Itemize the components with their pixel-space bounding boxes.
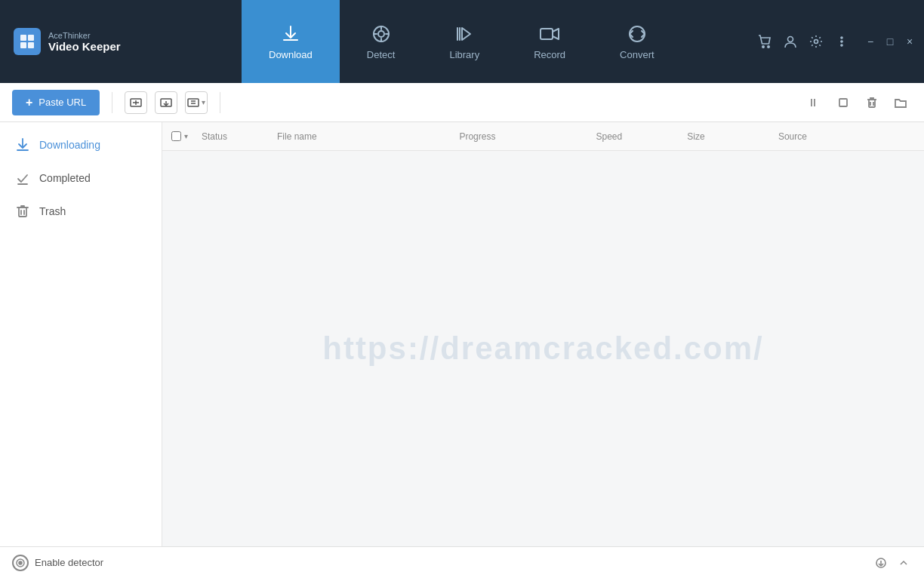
titlebar-controls: − □ ×: [747, 0, 924, 83]
body-area: Downloading Completed Trash: [0, 122, 924, 546]
detector-circle-icon: [12, 555, 29, 571]
svg-point-16: [762, 46, 764, 48]
svg-rect-15: [541, 29, 553, 39]
tab-library-label: Library: [449, 49, 479, 60]
tab-convert[interactable]: Convert: [593, 0, 682, 83]
toolbar: + Paste URL ▾: [0, 83, 924, 122]
toolbar-separator: [112, 92, 112, 113]
delete-icon[interactable]: [861, 91, 883, 114]
app-brand: AceThinker Video Keeper: [0, 0, 242, 83]
tab-detect[interactable]: Detect: [340, 0, 423, 83]
svg-rect-28: [188, 99, 199, 106]
cart-icon[interactable]: [756, 33, 773, 50]
stop-all-icon[interactable]: [832, 91, 855, 114]
app-subtitle: AceThinker: [48, 31, 121, 40]
toolbar-separator-2: [220, 92, 220, 113]
detector-label: Enable detector: [35, 557, 103, 568]
col-progress-header: Progress: [459, 131, 596, 142]
sidebar-item-downloading[interactable]: Downloading: [0, 128, 162, 161]
bottom-bar: Enable detector: [0, 546, 924, 578]
toolbar-right: [803, 91, 912, 114]
downloading-icon: [15, 137, 30, 152]
svg-rect-33: [839, 99, 847, 106]
sidebar-item-trash[interactable]: Trash: [0, 195, 162, 228]
svg-point-18: [788, 37, 793, 42]
tab-library[interactable]: Library: [422, 0, 507, 83]
settings-icon[interactable]: [808, 33, 824, 50]
sidebar-downloading-label: Downloading: [39, 139, 100, 151]
svg-point-17: [768, 46, 769, 48]
schedule-button[interactable]: ▾: [185, 91, 208, 114]
app-logo: [14, 28, 41, 55]
sidebar-trash-label: Trash: [39, 205, 66, 217]
menu-icon[interactable]: [833, 33, 850, 50]
download-queue-button[interactable]: [155, 91, 177, 114]
svg-point-19: [815, 40, 818, 44]
app-name-block: AceThinker Video Keeper: [48, 31, 121, 53]
watermark: https://dreamcracked.com/: [322, 331, 764, 367]
scroll-up-icon[interactable]: [895, 555, 912, 571]
col-status-header: Status: [202, 131, 277, 142]
svg-point-44: [19, 561, 22, 564]
svg-marker-12: [462, 28, 470, 40]
chevron-down-icon: ▾: [202, 98, 205, 106]
sidebar-completed-label: Completed: [39, 172, 91, 184]
bottom-right: [873, 555, 912, 571]
svg-rect-40: [19, 208, 26, 217]
main-content: + Paste URL ▾: [0, 83, 924, 578]
plus-icon: +: [26, 96, 32, 109]
table-header: ▾ Status File name Progress Speed Size S…: [162, 122, 924, 151]
nav-tabs: Download Detect Library: [242, 0, 747, 83]
detect-icon: [371, 23, 392, 45]
tab-download-label: Download: [269, 49, 313, 60]
pause-all-icon[interactable]: [803, 91, 826, 114]
app-title: Video Keeper: [48, 40, 121, 53]
minimize-button[interactable]: −: [865, 36, 876, 47]
download-icon: [280, 23, 301, 45]
col-check-header: ▾: [171, 131, 202, 141]
tab-record-label: Record: [534, 49, 565, 60]
select-all-checkbox[interactable]: [171, 131, 181, 141]
paste-url-button[interactable]: + Paste URL: [12, 90, 100, 115]
svg-point-7: [378, 31, 384, 37]
table-body: https://dreamcracked.com/: [162, 151, 924, 546]
col-size-header: Size: [687, 131, 778, 142]
col-speed-header: Speed: [596, 131, 688, 142]
svg-rect-3: [28, 42, 34, 48]
close-button[interactable]: ×: [904, 36, 915, 47]
svg-point-20: [841, 37, 842, 38]
titlebar: AceThinker Video Keeper Download Det: [0, 0, 924, 83]
svg-rect-1: [28, 35, 34, 41]
checkbox-dropdown-icon[interactable]: ▾: [184, 132, 188, 140]
col-source-header: Source: [778, 131, 915, 142]
tab-detect-label: Detect: [367, 49, 396, 60]
svg-point-21: [841, 41, 842, 42]
trash-icon: [15, 204, 30, 219]
table-area: ▾ Status File name Progress Speed Size S…: [162, 122, 924, 546]
library-icon: [454, 23, 475, 45]
add-url-button[interactable]: [125, 91, 147, 114]
sidebar: Downloading Completed Trash: [0, 122, 162, 546]
paste-url-label: Paste URL: [38, 97, 86, 108]
col-filename-header: File name: [277, 131, 459, 142]
tab-record[interactable]: Record: [507, 0, 593, 83]
scroll-down-icon[interactable]: [873, 555, 889, 571]
record-icon: [539, 23, 560, 45]
svg-rect-2: [20, 42, 26, 48]
tab-download[interactable]: Download: [242, 0, 340, 83]
maximize-button[interactable]: □: [885, 36, 895, 47]
svg-rect-0: [20, 35, 26, 41]
tab-convert-label: Convert: [620, 49, 654, 60]
svg-point-22: [841, 45, 842, 46]
sidebar-item-completed[interactable]: Completed: [0, 161, 162, 195]
open-folder-icon[interactable]: [889, 91, 912, 114]
completed-icon: [15, 171, 30, 186]
enable-detector-button[interactable]: Enable detector: [12, 555, 103, 571]
convert-icon: [627, 23, 648, 45]
user-icon[interactable]: [782, 33, 799, 50]
